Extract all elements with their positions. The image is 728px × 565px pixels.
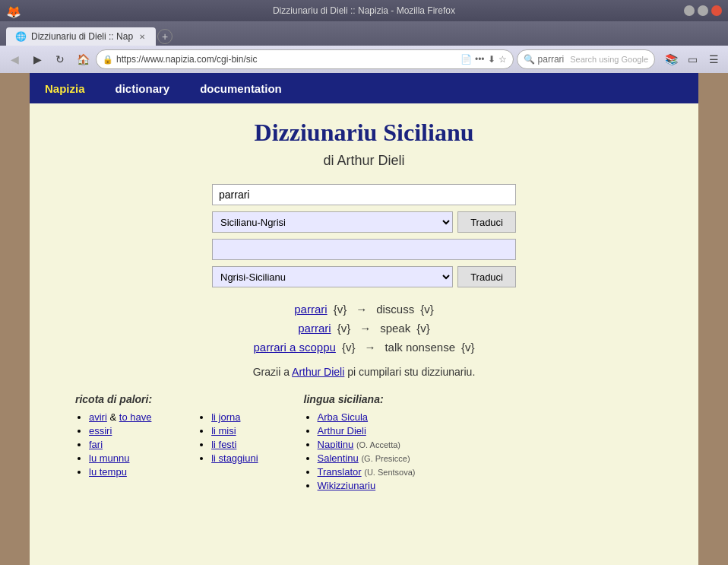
new-tab-button[interactable]: + — [157, 29, 173, 44]
lu-munnu-link[interactable]: lu munnu — [89, 452, 129, 464]
footer-col-3-list: Arba Sicula Arthur Dieli Napitinu (O. Ac… — [304, 411, 416, 491]
salentinu-link[interactable]: Salentinu — [318, 452, 359, 464]
result-row-2: parrari {v} → speak {v} — [174, 322, 554, 335]
li-staggiuni-link[interactable]: li staggiuni — [211, 452, 258, 464]
main-content: Dizziunariu Sicilianu di Arthur Dieli Si… — [30, 103, 698, 509]
maximize-button[interactable] — [698, 5, 708, 16]
nav-dictionary[interactable]: dictionary — [100, 75, 185, 103]
tab-bar: 🌐 Dizziunariu di Dieli :: Nap ✕ + — [0, 21, 728, 46]
minimize-button[interactable] — [684, 5, 695, 16]
nav-brand[interactable]: Napizia — [30, 75, 100, 103]
list-item: aviri & to have — [89, 411, 152, 423]
fari-link[interactable]: fari — [89, 439, 103, 450]
to-have-link[interactable]: to have — [119, 411, 152, 423]
thanks-text: Grazii a Arthur Dieli pi cumpilari stu d… — [60, 366, 668, 378]
result-link-2[interactable]: parrari — [298, 322, 331, 335]
google-search-bar[interactable]: 🔍 parrari Search using Google — [517, 49, 655, 69]
arrow-1: → — [356, 303, 367, 316]
footer-col-1: ricota di palori: aviri & to have essiri… — [75, 393, 152, 494]
title-bar: 🦊 Dizziunariu di Dieli :: Napizia - Mozi… — [0, 0, 728, 21]
aviri-sep: & — [109, 411, 119, 423]
list-item: Arba Sicula — [318, 411, 416, 423]
footer-col-2: li jorna li misi li festi li staggiuni — [198, 393, 258, 494]
li-jorna-link[interactable]: li jorna — [211, 411, 240, 423]
footer-col-2-heading — [198, 393, 258, 405]
forward-button[interactable]: ▶ — [27, 49, 47, 69]
footer-col-3-heading: lingua siciliana: — [304, 393, 416, 405]
lu-tempu-link[interactable]: lu tempu — [89, 466, 127, 478]
result-translation-3: talk nonsense — [385, 341, 455, 354]
navigation-bar: ◀ ▶ ↻ 🏠 🔒 https://www.napizia.com/cgi-bi… — [0, 46, 728, 73]
thanks-prefix: Grazii a — [253, 366, 292, 378]
napitinu-link[interactable]: Napitinu — [318, 439, 354, 450]
footer-columns: ricota di palori: aviri & to have essiri… — [60, 393, 668, 494]
arba-sicula-link[interactable]: Arba Sicula — [318, 411, 368, 423]
language-select-1[interactable]: Sicilianu-Ngrisi — [212, 211, 453, 233]
list-item: fari — [89, 439, 152, 450]
search-engine-icon: 🔍 — [524, 54, 535, 65]
library-button[interactable]: 📚 — [661, 49, 681, 69]
page-title: Dizziunariu Sicilianu — [60, 119, 668, 147]
content-area: Napizia dictionary documentation Dizziun… — [30, 73, 698, 565]
close-button[interactable] — [711, 5, 722, 16]
english-search-input[interactable] — [212, 239, 516, 260]
window-controls — [684, 5, 722, 16]
firefox-icon: 🦊 — [6, 5, 18, 17]
search-bar-value: parrari — [538, 54, 565, 65]
traduci-button-1[interactable]: Traduci — [457, 211, 516, 233]
pocket-icon[interactable]: ⬇ — [488, 54, 495, 65]
results-section: parrari {v} → discuss {v} parrari {v} → … — [174, 303, 554, 354]
language-select-2[interactable]: Ngrisi-Sicilianu — [212, 266, 453, 287]
footer-col-3: lingua siciliana: Arba Sicula Arthur Die… — [304, 393, 416, 494]
traduci-button-2[interactable]: Traduci — [457, 266, 516, 287]
wikizziunariu-link[interactable]: Wikizziunariu — [318, 480, 376, 491]
url-text: https://www.napizia.com/cgi-bin/sic — [116, 54, 457, 65]
menu-button[interactable]: ☰ — [704, 49, 723, 69]
arthur-dieli-link[interactable]: Arthur Dieli — [292, 366, 344, 378]
sicilian-search-input[interactable] — [212, 184, 516, 205]
footer-col-1-heading: ricota di palori: — [75, 393, 152, 405]
list-item: lu tempu — [89, 466, 152, 478]
result-trans-meta-2: {v} — [416, 322, 430, 335]
nav-documentation[interactable]: documentation — [185, 75, 297, 103]
footer-col-1-list: aviri & to have essiri fari lu munnu lu … — [75, 411, 152, 478]
list-item: Salentinu (G. Presicce) — [318, 452, 416, 464]
translator-link[interactable]: Translator — [318, 466, 362, 478]
active-tab[interactable]: 🌐 Dizziunariu di Dieli :: Nap ✕ — [6, 27, 156, 46]
back-button[interactable]: ◀ — [5, 49, 24, 69]
url-bar[interactable]: 🔒 https://www.napizia.com/cgi-bin/sic 📄 … — [96, 49, 514, 69]
arrow-2: → — [359, 322, 371, 335]
arthur-dieli-footer-link[interactable]: Arthur Dieli — [318, 425, 366, 436]
result-translation-1: discuss — [376, 303, 414, 316]
result-row-1: parrari {v} → discuss {v} — [174, 303, 554, 316]
aviri-link[interactable]: aviri — [89, 411, 107, 423]
napitinu-sub: (O. Accetta) — [356, 440, 400, 449]
search-row-2 — [212, 239, 516, 260]
translator-sub: (U. Sentsova) — [364, 468, 415, 477]
list-item: Translator (U. Sentsova) — [318, 466, 416, 478]
essiri-link[interactable]: essiri — [89, 425, 112, 436]
reload-button[interactable]: ↻ — [50, 49, 70, 69]
search-section: Sicilianu-Ngrisi Traduci Ngrisi-Sicilian… — [212, 184, 516, 287]
result-meta-1: {v} — [334, 303, 347, 316]
li-misi-link[interactable]: li misi — [211, 425, 236, 436]
li-festi-link[interactable]: li festi — [211, 439, 236, 450]
arrow-3: → — [364, 341, 375, 354]
overflow-icon[interactable]: ••• — [475, 54, 485, 65]
list-item: Arthur Dieli — [318, 425, 416, 436]
result-translation-2: speak — [380, 322, 410, 335]
bookmark-icon[interactable]: ☆ — [499, 54, 507, 65]
sidebar-button[interactable]: ▭ — [682, 49, 702, 69]
browser-toolbar: 📚 ▭ ☰ — [661, 49, 723, 69]
list-item: Napitinu (O. Accetta) — [318, 439, 416, 450]
page-wrapper: Napizia dictionary documentation Dizziun… — [0, 73, 728, 565]
search-row-1 — [212, 184, 516, 205]
lang-select-row-1: Sicilianu-Ngrisi Traduci — [212, 211, 516, 233]
result-link-1[interactable]: parrari — [294, 303, 327, 316]
lang-select-row-2: Ngrisi-Sicilianu Traduci — [212, 266, 516, 287]
window-title: Dizziunariu di Dieli :: Napizia - Mozill… — [273, 5, 455, 16]
tab-close-button[interactable]: ✕ — [138, 33, 147, 41]
result-link-3[interactable]: parrari a scoppu — [253, 341, 335, 354]
reader-mode-icon[interactable]: 📄 — [461, 54, 472, 65]
home-button[interactable]: 🏠 — [73, 49, 93, 69]
